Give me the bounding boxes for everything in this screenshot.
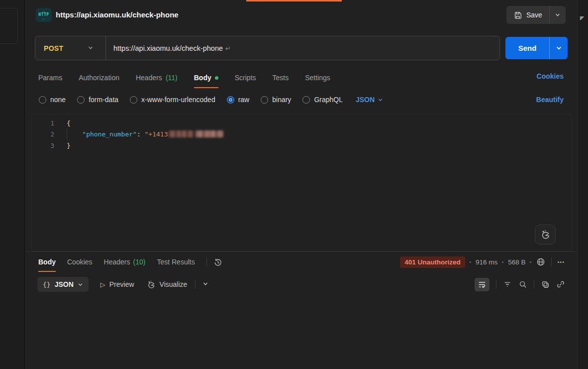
body-content-dot	[215, 76, 218, 80]
response-tab-test-results[interactable]: Test Results	[157, 252, 195, 272]
chevron-down-icon	[202, 281, 208, 287]
visualize-options-caret[interactable]	[202, 280, 208, 289]
method-selector-caret[interactable]	[88, 44, 105, 53]
indent	[67, 130, 82, 138]
mode-raw[interactable]: raw	[227, 96, 250, 104]
tab-headers[interactable]: Headers(11)	[136, 67, 178, 88]
headers-count: (11)	[166, 74, 178, 82]
response-format-selector[interactable]: {} JSON	[37, 277, 89, 292]
tab-authorization[interactable]: Authorization	[79, 67, 119, 88]
save-label: Save	[526, 11, 542, 19]
status-badge[interactable]: 401 Unauthorized	[400, 256, 465, 268]
response-tool-icons	[475, 275, 565, 294]
mode-graphql[interactable]: GraphQL	[302, 96, 343, 104]
tab-params[interactable]: Params	[38, 67, 62, 88]
response-meta: 401 Unauthorized 916 ms 568 B •••	[400, 252, 565, 272]
save-button[interactable]: Save	[506, 6, 550, 24]
tab-tests[interactable]: Tests	[273, 67, 289, 88]
copy-button[interactable]	[541, 280, 550, 289]
json-key: "phone_number"	[82, 130, 137, 138]
globe-icon	[536, 257, 546, 267]
save-options-button[interactable]	[550, 6, 566, 24]
mode-none[interactable]: none	[39, 96, 66, 104]
mode-label: raw	[238, 96, 250, 104]
indent-guide	[67, 128, 67, 139]
mode-label: form-data	[89, 96, 118, 104]
request-body-editor[interactable]: 1 { 2 "phone_number": "+1413 3 }	[31, 114, 572, 251]
network-info-button[interactable]	[536, 257, 546, 267]
code-line: 1 {	[31, 118, 572, 129]
dot-separator	[530, 261, 531, 263]
chevron-down-icon	[78, 282, 83, 287]
tab-label: Test Results	[157, 258, 195, 266]
send-split-button[interactable]: Send	[505, 37, 568, 59]
response-toolbar: {} JSON ▷ Preview Visualize	[25, 275, 577, 294]
redacted-phone-digits	[169, 130, 194, 137]
send-button[interactable]: Send	[505, 37, 550, 59]
response-more-menu[interactable]: •••	[557, 259, 565, 265]
code-text: "phone_number": "+1413	[54, 130, 223, 138]
tab-scripts[interactable]: Scripts	[235, 67, 256, 88]
mode-binary[interactable]: binary	[261, 96, 291, 104]
visualize-label: Visualize	[160, 280, 188, 288]
mode-label: x-www-form-urlencoded	[141, 96, 215, 104]
brace: }	[67, 142, 71, 149]
divider	[206, 257, 207, 266]
url-value: https://api.xiaomu.uk/check-phone	[113, 44, 223, 52]
tab-label: Headers	[136, 74, 162, 82]
chevron-down-icon	[555, 12, 561, 18]
filter-button[interactable]	[503, 280, 512, 289]
response-time[interactable]: 916 ms	[476, 258, 497, 266]
response-tab-headers[interactable]: Headers(10)	[104, 252, 146, 272]
divider	[496, 280, 496, 289]
send-options-button[interactable]	[550, 37, 568, 59]
save-icon	[513, 10, 522, 19]
colon: :	[137, 130, 145, 138]
language-selector[interactable]: JSON	[356, 96, 383, 104]
code-text: }	[54, 142, 71, 149]
dot-separator	[502, 261, 503, 263]
divider	[195, 280, 196, 289]
mode-x-www-form-urlencoded[interactable]: x-www-form-urlencoded	[130, 96, 215, 104]
tab-label: Scripts	[235, 74, 256, 82]
link-button[interactable]	[556, 280, 565, 289]
play-outline-icon: ▷	[100, 281, 105, 288]
response-size[interactable]: 568 B	[508, 258, 525, 266]
postbot-button[interactable]	[535, 225, 556, 245]
http-request-icon: → HTTP ←	[36, 8, 52, 22]
save-split-button[interactable]: Save	[506, 6, 566, 24]
preview-button[interactable]: ▷ Preview	[100, 280, 134, 288]
wrap-text-icon	[478, 280, 487, 289]
response-tab-cookies[interactable]: Cookies	[67, 252, 93, 272]
radio-icon	[39, 96, 46, 104]
beautify-link[interactable]: Beautify	[536, 96, 564, 104]
response-history-button[interactable]	[213, 253, 223, 272]
cookies-link[interactable]: Cookies	[537, 72, 564, 80]
radio-icon	[302, 96, 310, 104]
method-selector[interactable]: POST	[35, 44, 88, 52]
tab-body[interactable]: Body	[194, 67, 218, 88]
line-number: 2	[31, 130, 54, 138]
tab-label: Body	[38, 258, 56, 266]
search-button[interactable]	[518, 280, 527, 289]
postbot-icon	[540, 229, 551, 240]
body-mode-row: none form-data x-www-form-urlencoded raw…	[25, 92, 577, 108]
tab-label: Headers	[104, 258, 130, 266]
visualize-button[interactable]: Visualize	[146, 280, 188, 289]
wrap-text-button[interactable]	[475, 278, 490, 291]
dot-separator	[470, 261, 471, 263]
request-tabs: Params Authorization Headers(11) Body Sc…	[25, 67, 577, 88]
tab-settings[interactable]: Settings	[305, 67, 330, 88]
tab-label: Cookies	[67, 258, 93, 266]
brace: {	[67, 120, 71, 127]
url-input[interactable]: https://api.xiaomu.uk/check-phone↵	[106, 44, 231, 52]
response-tab-body[interactable]: Body	[38, 252, 56, 272]
radio-icon	[261, 96, 268, 104]
tab-label: Body	[194, 74, 211, 82]
format-label: JSON	[55, 280, 74, 288]
tab-label: Tests	[273, 74, 289, 82]
arrow-left-icon: ←	[42, 17, 46, 20]
preview-label: Preview	[109, 280, 134, 288]
request-header-bar: → HTTP ← https://api.xiaomu.uk/check-pho…	[25, 4, 577, 29]
mode-form-data[interactable]: form-data	[77, 96, 118, 104]
